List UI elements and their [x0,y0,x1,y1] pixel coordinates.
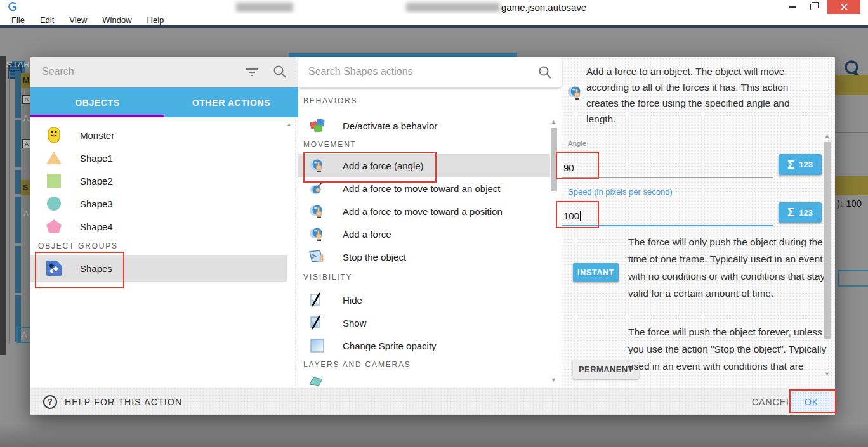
help-label: HELP FOR THIS ACTION [65,397,182,407]
scroll-up-icon[interactable]: ▲ [824,133,830,139]
tab-other-actions-label: OTHER ACTIONS [192,98,270,108]
close-button[interactable] [827,0,860,14]
annotation-angle-value [556,152,599,179]
action-deactivate-behavior[interactable]: De/activate a behavior [298,114,550,137]
action-hide[interactable]: Hide [298,288,550,311]
behavior-icon [308,118,326,133]
circle-object-icon [46,196,62,211]
instant-description: The force will only push the object duri… [628,233,830,302]
speed-expression-button[interactable]: Σ 123 [779,202,822,223]
event-letter: S [23,183,28,192]
force-icon [567,84,584,104]
annotation-shapes-group [35,252,124,288]
object-search-bar [30,57,295,87]
event-letter: A [23,209,29,218]
event-row-bar [15,246,21,293]
window-title: game.json.autosave [501,2,586,13]
toolbar [0,28,868,56]
force-icon [308,226,326,242]
action-change-opacity[interactable]: Change Sprite opacity [298,334,550,357]
action-label: De/activate a behavior [343,120,437,131]
pentagon-object-icon [46,219,62,234]
event-expression-fragment: ):-100 [837,198,862,209]
tab-other-actions[interactable]: OTHER ACTIONS [164,87,298,117]
event-row-bar [15,120,21,167]
title-bar: game.json.autosave [0,0,868,14]
action-stop-object[interactable]: Stop the object [298,245,550,268]
numbers-label: 123 [799,160,813,169]
scrollbar-thumb[interactable] [824,142,831,339]
triangle-object-icon [46,150,62,165]
stop-object-icon [308,249,326,264]
object-search-input[interactable] [41,65,233,78]
blurred-text-patch [406,3,500,12]
event-letter: A [23,114,29,123]
annotation-speed-value [556,201,599,228]
restore-button[interactable] [803,0,824,14]
scroll-down-icon[interactable]: ▼ [551,377,556,383]
list-item-shape4[interactable]: Shape4 [30,215,287,238]
app-window: game.json.autosave File Edit View Window… [0,0,868,447]
scroll-down-icon[interactable]: ▼ [824,372,830,377]
search-icon[interactable] [273,65,287,79]
gdevelop-logo-icon [6,2,18,12]
blurred-text-patch [236,3,293,12]
menu-help[interactable]: Help [141,15,171,25]
focused-event-fragment: A [16,327,32,343]
angle-expression-button[interactable]: Σ 123 [779,154,822,175]
event-row-bar [15,197,21,243]
list-item-shape2[interactable]: Shape2 [30,169,287,192]
menu-window[interactable]: Window [96,15,138,25]
tab-objects-label: OBJECTS [75,98,119,108]
scroll-up-icon[interactable]: ▲ [551,119,556,125]
row-divider [835,132,868,133]
menu-bar: File Edit View Window Help [0,14,868,25]
menu-file[interactable]: File [5,15,31,25]
dialog-footer: ? HELP FOR THIS ACTION CANCEL OK [30,387,835,415]
minimize-icon [789,6,796,8]
object-label: Shape2 [80,176,113,186]
event-row-bar [15,170,21,194]
actions-search-input[interactable] [307,65,519,78]
action-show[interactable]: Show [298,311,550,334]
object-label: Shape4 [80,221,113,232]
scroll-up-icon[interactable]: ▲ [286,122,292,127]
cancel-button[interactable]: CANCEL [752,397,792,407]
sigma-icon: Σ [787,205,794,219]
action-label: Change Sprite opacity [343,340,437,351]
minimize-button[interactable] [782,0,802,14]
sigma-icon: Σ [787,158,794,172]
filter-icon[interactable] [245,68,259,77]
list-item-shape3[interactable]: Shape3 [30,192,287,215]
hide-icon [308,292,326,308]
action-description: Add a force to an object. The object wil… [586,63,812,127]
list-item-shape1[interactable]: Shape1 [30,146,287,169]
search-icon[interactable] [538,65,552,79]
action-label: Add a force [343,229,391,240]
menu-edit[interactable]: Edit [34,15,60,25]
action-force-toward-position[interactable]: Add a force to move toward a position [298,200,550,223]
event-row-bar [15,71,21,118]
menu-view[interactable]: View [63,15,93,25]
actions-search-bar [298,58,562,87]
permanent-description: The force will push the object forever, … [628,323,832,387]
annotation-ok-button [789,389,836,413]
speed-label: Speed (in pixels per second) [568,187,673,197]
close-icon [840,3,848,11]
object-label: Monster [80,130,114,141]
editor-left-rail [0,56,6,355]
section-layers-cameras: LAYERS AND CAMERAS [303,360,411,369]
instant-button[interactable]: INSTANT [573,263,619,282]
action-editor-dialog: OBJECTS OTHER ACTIONS ▲ Monster Shape1 [30,57,835,415]
tab-objects[interactable]: OBJECTS [30,87,164,117]
object-label: Shape3 [80,198,113,209]
help-link[interactable]: ? HELP FOR THIS ACTION [43,395,182,409]
list-item-monster[interactable]: Monster [30,124,287,146]
section-movement: MOVEMENT [303,140,357,149]
action-label: Stop the object [343,252,406,262]
annotation-add-force-angle [303,152,437,183]
action-add-force[interactable]: Add a force [298,223,550,245]
action-label: Add a force to move toward a position [343,206,503,217]
object-groups-header: OBJECT GROUPS [38,242,118,250]
help-icon: ? [43,395,57,409]
